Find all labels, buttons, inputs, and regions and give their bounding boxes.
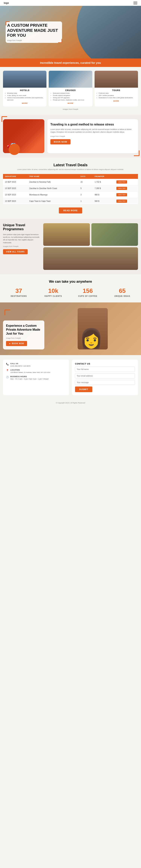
- message-input[interactable]: [75, 380, 135, 385]
- programmes-images: [43, 223, 138, 270]
- phone-icon: 📞: [6, 363, 9, 366]
- adventure-image: [47, 308, 138, 349]
- stat-number-clients: 10k: [38, 287, 69, 294]
- stat-ideas: 65 UNIQUE IDEAS: [107, 287, 138, 297]
- table-row: 13 SEP 2023 Zanzibar to Nonstop Falls 15…: [3, 179, 138, 185]
- address-value: 123 Block Street, 21 Avenue, New York, N…: [10, 371, 50, 374]
- tours-bullets: Preferred rates 250+ verified providers …: [95, 92, 138, 99]
- table-row: 13 SEP 2023 Cape Town to Cape Town 1 560…: [3, 198, 138, 204]
- row3-departure: 13 SEP 2023: [3, 191, 28, 198]
- service-card-cruises: CRUISES Dedicated onboard hosts Private …: [49, 71, 92, 106]
- deals-subtext: Lorem ipsum dolor sit amet, consectetur …: [3, 168, 138, 171]
- adventure-section: Experience a Custom Private Adventure Ma…: [0, 303, 141, 355]
- stat-label-destinations: DESTINATIONS: [3, 295, 35, 297]
- header: logo: [0, 0, 141, 6]
- col-price: FROM/PER: [93, 174, 114, 179]
- cruises-image: [49, 71, 92, 88]
- services-freepik: Images from Freepik: [3, 108, 138, 110]
- stat-label-coffee: CUPS OF COFFEE: [72, 295, 104, 297]
- view-trip-btn-2[interactable]: VIEW TRIP: [116, 187, 127, 190]
- read-more-button[interactable]: READ MORE: [59, 208, 82, 214]
- stress-card: Traveling is a good method to release st…: [47, 119, 138, 153]
- view-trip-btn-3[interactable]: VIEW TRIP: [116, 193, 127, 196]
- submit-button[interactable]: SUBMIT: [75, 386, 92, 392]
- row2-price: 7.280 $: [93, 185, 114, 191]
- programmes-section: Unique Travel Programmes Sem pretium vit…: [0, 219, 141, 274]
- call-us-label: CALL US: [10, 363, 31, 365]
- stats-grid: 37 DESTINATIONS 10k HAPPY CLIENTS 156 CU…: [3, 287, 138, 297]
- adventure-card: Experience a Custom Private Adventure Ma…: [3, 320, 44, 349]
- footer-contact-form: Contact Us SUBMIT: [72, 360, 138, 395]
- row2-days: 5: [79, 185, 93, 191]
- row1-days: 15: [79, 179, 93, 185]
- stats-section: We can take you anywhere 37 DESTINATIONS…: [0, 274, 141, 303]
- adventure-book-button[interactable]: ► BOOK NOW: [6, 341, 27, 346]
- services-section: HOTELS Breakfast daily 4 star, dining, a…: [0, 67, 141, 115]
- service-card-tours: TOURS Preferred rates 250+ verified prov…: [95, 71, 138, 106]
- row3-days: 3: [79, 191, 93, 198]
- hotels-title: HOTELS: [3, 88, 46, 92]
- programme-image-2: [92, 223, 138, 246]
- programmes-text: Unique Travel Programmes Sem pretium vit…: [3, 223, 41, 270]
- tours-title: TOURS: [95, 88, 138, 92]
- stress-heading: Traveling is a good method to release st…: [50, 123, 135, 127]
- col-departure: DEPARTURE: [3, 174, 28, 179]
- hours-value: Mon – Fri: 9 am – 5 pm / Sat: 9 am - 1 p…: [10, 378, 48, 380]
- hotels-bullets: Breakfast daily 4 star, dining, an room …: [3, 92, 46, 101]
- row2-trip: Zanzibar to Zanzibar North Coast: [28, 185, 79, 191]
- row4-days: 1: [79, 198, 93, 204]
- row4-trip: Cape Town to Cape Town: [28, 198, 79, 204]
- cruises-bullets: Dedicated onboard hosts Private options …: [49, 92, 92, 101]
- contact-form-title: Contact Us: [75, 363, 135, 365]
- deals-heading: Latest Travel Deals: [3, 163, 138, 167]
- hamburger-menu[interactable]: [134, 2, 137, 4]
- view-tours-button[interactable]: VIEW ALL TOURS: [3, 249, 28, 254]
- tours-image: [95, 71, 138, 88]
- name-input[interactable]: [75, 367, 135, 372]
- stress-image-wrap: [3, 119, 44, 153]
- contact-location-item: 📍 LOCATION 123 Block Street, 21 Avenue, …: [6, 369, 66, 374]
- clock-icon: 🕐: [6, 376, 9, 378]
- row3-trip: Mombasa to Marengo: [28, 191, 79, 198]
- hotels-more-link[interactable]: MORE: [3, 102, 46, 104]
- hero-card: A CUSTOM PRIVATE ADVENTURE MADE JUST FOR…: [6, 22, 62, 43]
- deals-table: DEPARTURE TRIP NAME DAYS FROM/PER 13 SEP…: [3, 174, 138, 205]
- stat-number-coffee: 156: [72, 287, 104, 294]
- location-icon: 📍: [6, 369, 9, 372]
- col-trip: TRIP NAME: [28, 174, 79, 179]
- hotels-image: [3, 71, 46, 88]
- phone-value: (123) 456-9876 / 123-9876: [10, 365, 31, 367]
- hours-label: BUSINESS HOURS: [10, 376, 48, 377]
- deals-section: Latest Travel Deals Lorem ipsum dolor si…: [0, 158, 141, 219]
- stat-coffee: 156 CUPS OF COFFEE: [72, 287, 104, 297]
- banner: Incredible travel experiences, curated f…: [0, 59, 141, 67]
- banner-text: Incredible travel experiences, curated f…: [40, 61, 101, 64]
- tours-more-link[interactable]: MORE: [95, 100, 138, 102]
- email-input[interactable]: [75, 373, 135, 378]
- programme-image-1: [43, 223, 90, 246]
- footer-bottom: © Copyright 2023 | All Rights Reserved: [0, 400, 141, 406]
- programmes-body: Sem pretium vitae justo eget magna ferme…: [3, 233, 41, 244]
- adventure-freepik: Image from Freepik: [6, 337, 41, 339]
- contact-hours-item: 🕐 BUSINESS HOURS Mon – Fri: 9 am – 5 pm …: [6, 376, 66, 380]
- adventure-heading: Experience a Custom Private Adventure Ma…: [6, 324, 41, 336]
- view-trip-btn-4[interactable]: VIEW TRIP: [116, 199, 127, 203]
- stress-section: Traveling is a good method to release st…: [0, 115, 141, 158]
- col-days: DAYS: [79, 174, 93, 179]
- footer-contact-info: 📞 CALL US (123) 456-9876 / 123-9876 📍 LO…: [3, 360, 69, 395]
- col-action: [114, 174, 138, 179]
- row2-departure: 13 SEP 2023: [3, 185, 28, 191]
- cruises-more-link[interactable]: MORE: [49, 102, 92, 104]
- programme-image-3: [43, 247, 138, 270]
- hero-title: A CUSTOM PRIVATE ADVENTURE MADE JUST FOR…: [7, 23, 61, 38]
- copyright-text: © Copyright 2023 | All Rights Reserved: [56, 402, 85, 404]
- contact-phone-item: 📞 CALL US (123) 456-9876 / 123-9876: [6, 363, 66, 367]
- view-trip-btn-1[interactable]: VIEW TRIP: [116, 180, 127, 184]
- stat-label-clients: HAPPY CLIENTS: [38, 295, 69, 297]
- stat-number-destinations: 37: [3, 287, 35, 294]
- programmes-freepik: Images from Freepik: [3, 245, 41, 247]
- stress-circle: [9, 144, 20, 155]
- book-now-button[interactable]: BOOK NOW: [50, 139, 71, 145]
- programmes-heading: Unique Travel Programmes: [3, 223, 41, 231]
- stress-freepik: Image from Freepik: [50, 135, 135, 137]
